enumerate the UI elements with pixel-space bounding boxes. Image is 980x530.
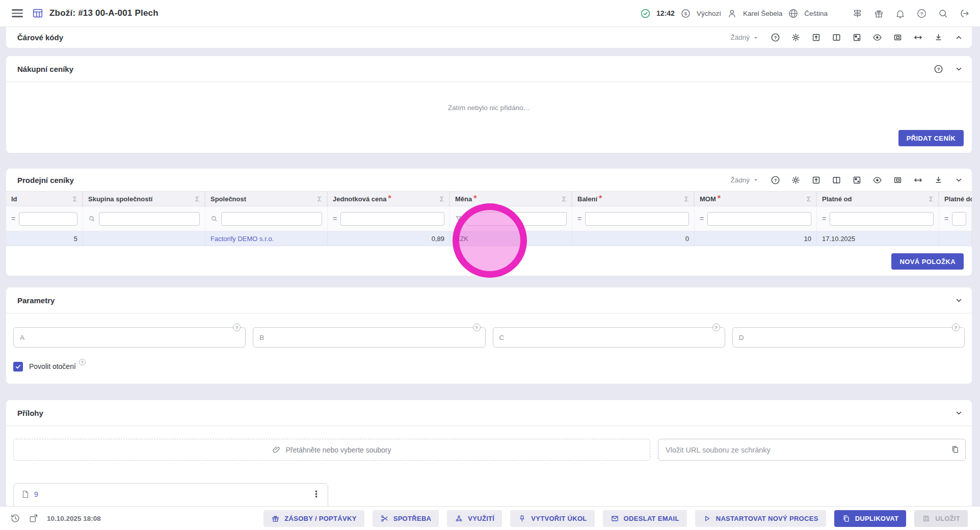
download-icon[interactable] (934, 33, 943, 42)
focus-frame-icon[interactable] (893, 33, 903, 42)
parameter-input-b[interactable] (253, 328, 485, 347)
equals-operator-icon[interactable]: = (333, 215, 337, 223)
new-item-button[interactable]: NOVÁ POLOŽKA (891, 253, 964, 270)
help-icon[interactable]: ? (473, 324, 481, 331)
save-button[interactable]: ULOŽIT (914, 510, 968, 527)
fit-width-icon[interactable] (913, 175, 923, 185)
duplicate-button[interactable]: DUPLIKOVAT (834, 510, 907, 527)
column-header-unit-price[interactable]: Jednotková cena*Σ (328, 192, 450, 206)
filter-input-company-group[interactable] (99, 212, 200, 226)
paste-clipboard-icon[interactable] (950, 445, 960, 454)
search-operator-icon[interactable] (88, 215, 95, 222)
sigma-icon[interactable]: Σ (191, 195, 199, 203)
utilization-button[interactable]: VYUŽITÍ (447, 510, 502, 527)
file-url-input[interactable] (658, 439, 966, 461)
collapse-chevron-down-icon[interactable] (954, 175, 964, 185)
filter-input-valid-to[interactable] (952, 212, 966, 226)
collapse-chevron-down-icon[interactable] (954, 408, 964, 418)
equals-operator-icon[interactable]: = (11, 215, 15, 223)
settings-gear-icon[interactable] (791, 33, 801, 42)
column-header-valid-from[interactable]: Platné odΣ (817, 192, 939, 206)
help-icon[interactable]: ? (934, 64, 943, 74)
equals-operator-icon[interactable]: = (944, 215, 948, 223)
add-pricelist-button[interactable]: PŘIDAT CENÍK (898, 130, 964, 146)
menu-icon[interactable] (12, 9, 23, 17)
help-icon[interactable]: ? (952, 324, 960, 331)
logout-icon[interactable] (959, 8, 970, 19)
sigma-icon[interactable]: Σ (680, 195, 688, 203)
consumption-button[interactable]: SPOTŘEBA (373, 510, 439, 527)
layout-mosaic-icon[interactable] (852, 175, 862, 185)
layout-mosaic-icon[interactable] (852, 33, 862, 42)
filter-input-mom[interactable] (707, 212, 811, 226)
fit-width-icon[interactable] (913, 33, 923, 42)
filter-funnel-icon[interactable] (455, 215, 462, 222)
equals-operator-icon[interactable]: = (822, 215, 826, 223)
archive-box-icon[interactable] (811, 175, 821, 185)
profile-preset-label[interactable]: Výchozí (697, 10, 721, 17)
column-header-id[interactable]: IdΣ (6, 192, 83, 206)
open-external-icon[interactable] (29, 513, 39, 523)
table-row[interactable]: 5 Factorify DEMO s.r.o. 0,89 CZK 0 10 17… (6, 231, 972, 246)
sigma-icon[interactable]: Σ (925, 195, 933, 203)
preset-dropdown[interactable]: Žádný (730, 176, 760, 184)
currency-coin-icon[interactable]: $ (680, 8, 691, 19)
filter-input-unit-price[interactable] (340, 212, 444, 226)
sigma-icon[interactable]: Σ (558, 195, 566, 203)
column-header-currency[interactable]: Měna*Σ (450, 192, 572, 206)
columns-icon[interactable] (832, 33, 841, 42)
user-name[interactable]: Karel Šebela (743, 10, 782, 17)
visibility-eye-icon[interactable] (872, 33, 882, 42)
stocks-demands-button[interactable]: ZÁSOBY / POPTÁVKY (263, 510, 364, 527)
sigma-icon[interactable]: Σ (69, 195, 77, 203)
kebab-menu-icon[interactable]: ⋮ (312, 489, 321, 499)
download-icon[interactable] (934, 175, 943, 185)
filter-input-id[interactable] (19, 212, 77, 226)
search-icon[interactable] (938, 8, 948, 19)
sigma-icon[interactable]: Σ (436, 195, 444, 203)
help-icon[interactable]: ? (916, 8, 927, 19)
equals-operator-icon[interactable]: = (700, 215, 704, 223)
preset-dropdown[interactable]: Žádný (730, 34, 760, 42)
search-operator-icon[interactable] (210, 215, 218, 222)
filter-input-valid-from[interactable] (830, 212, 934, 226)
collapse-chevron-up-icon[interactable] (954, 33, 964, 42)
notifications-bell-icon[interactable] (895, 8, 906, 19)
start-process-button[interactable]: NASTARTOVAT NOVÝ PROCES (695, 510, 826, 527)
allow-rotation-checkbox[interactable] (13, 362, 23, 372)
column-header-mom[interactable]: MOM*Σ (695, 192, 817, 206)
visibility-eye-icon[interactable] (872, 175, 882, 185)
column-header-company[interactable]: SpolečnostΣ (205, 192, 328, 206)
help-icon[interactable]: ? (771, 33, 780, 42)
parameter-input-c[interactable] (493, 328, 725, 347)
parameter-input-d[interactable] (733, 328, 964, 347)
help-icon[interactable]: ? (771, 175, 780, 185)
filter-input-packaging[interactable] (585, 212, 689, 226)
sigma-icon[interactable]: Σ (313, 195, 322, 203)
send-email-button[interactable]: ODESLAT EMAIL (603, 510, 687, 527)
help-icon[interactable]: ? (79, 359, 86, 365)
sigma-icon[interactable]: Σ (803, 195, 811, 203)
history-icon[interactable] (10, 513, 20, 523)
collapse-chevron-down-icon[interactable] (954, 296, 964, 305)
language-label[interactable]: Čeština (804, 10, 828, 17)
column-header-packaging[interactable]: Balení*Σ (572, 192, 695, 206)
focus-frame-icon[interactable] (893, 175, 903, 185)
create-task-button[interactable]: VYTVOŘIT ÚKOL (510, 510, 594, 527)
checkbox-label[interactable]: Povolit otočení (29, 362, 76, 372)
file-name-link[interactable]: 9 (34, 489, 38, 499)
column-header-valid-to[interactable]: Platné do (939, 192, 972, 206)
equals-operator-icon[interactable]: = (577, 215, 581, 223)
collapse-chevron-down-icon[interactable] (954, 64, 964, 74)
company-link[interactable]: Factorify DEMO s.r.o. (210, 235, 274, 243)
file-dropzone[interactable]: Přetáhněte nebo vyberte soubory (13, 439, 650, 461)
column-header-company-group[interactable]: Skupina společnostíΣ (83, 192, 205, 206)
signpost-icon[interactable] (852, 8, 863, 19)
gift-icon[interactable] (873, 8, 884, 19)
parameter-input-a[interactable] (14, 328, 245, 347)
archive-box-icon[interactable] (811, 33, 821, 42)
settings-gear-icon[interactable] (791, 175, 801, 185)
filter-input-unit-price[interactable] (221, 212, 322, 226)
filter-input-currency[interactable] (466, 212, 567, 226)
help-icon[interactable]: ? (712, 324, 720, 331)
